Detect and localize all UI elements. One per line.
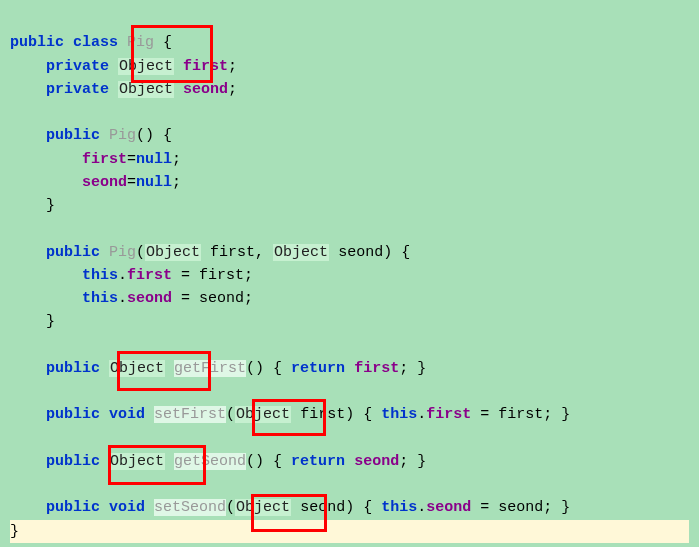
code-line: public void setSeond(Object seond) { thi… bbox=[10, 499, 570, 516]
type-object: Object bbox=[235, 406, 291, 423]
blank-line bbox=[10, 337, 19, 354]
code-line: public class Pig { bbox=[10, 34, 172, 51]
blank-line bbox=[10, 220, 19, 237]
type-object: Object bbox=[273, 244, 329, 261]
code-line: public Pig() { bbox=[10, 127, 172, 144]
code-line: } bbox=[10, 520, 689, 543]
class-name: Pig bbox=[127, 34, 154, 51]
blank-line bbox=[10, 104, 19, 121]
code-line: } bbox=[10, 197, 55, 214]
code-line: } bbox=[10, 313, 55, 330]
type-object: Object bbox=[235, 499, 291, 516]
method-name: setFirst bbox=[154, 406, 226, 423]
keyword-class: class bbox=[73, 34, 118, 51]
method-name: getFirst bbox=[174, 360, 246, 377]
code-line: first=null; bbox=[10, 151, 181, 168]
type-object: Object bbox=[118, 58, 174, 75]
code-line: public Object getSeond() { return seond;… bbox=[10, 453, 426, 470]
code-editor: public class Pig { private Object first;… bbox=[0, 0, 699, 547]
type-object: Object bbox=[145, 244, 201, 261]
keyword-public: public bbox=[10, 34, 64, 51]
code-line: seond=null; bbox=[10, 174, 181, 191]
type-object: Object bbox=[109, 360, 165, 377]
code-line: public Object getFirst() { return first;… bbox=[10, 360, 426, 377]
type-object: Object bbox=[109, 453, 165, 470]
code-line: public Pig(Object first, Object seond) { bbox=[10, 244, 410, 261]
method-name: getSeond bbox=[174, 453, 246, 470]
code-line: this.seond = seond; bbox=[10, 290, 253, 307]
code-line: this.first = first; bbox=[10, 267, 253, 284]
blank-line bbox=[10, 383, 19, 400]
code-line: private Object seond; bbox=[10, 81, 237, 98]
blank-line bbox=[10, 430, 19, 447]
code-line: public void setFirst(Object first) { thi… bbox=[10, 406, 570, 423]
blank-line bbox=[10, 476, 19, 493]
code-line: private Object first; bbox=[10, 58, 237, 75]
method-name: setSeond bbox=[154, 499, 226, 516]
type-object: Object bbox=[118, 81, 174, 98]
